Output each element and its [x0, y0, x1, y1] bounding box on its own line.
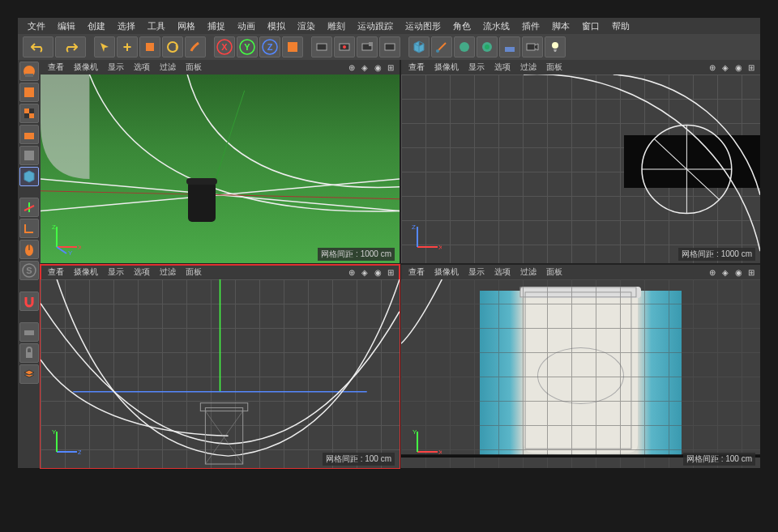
cursor-tool-button[interactable] — [94, 36, 115, 57]
menu-help[interactable]: 帮助 — [607, 19, 635, 33]
workplane-button[interactable] — [19, 125, 39, 144]
live-select-button[interactable] — [19, 62, 39, 81]
deformer-button[interactable] — [477, 36, 498, 57]
menu-edit[interactable]: 编辑 — [53, 19, 80, 33]
viewport-canvas[interactable]: ZY — [41, 279, 400, 468]
nav-max-icon[interactable]: ⊞ — [746, 266, 757, 278]
menu-select[interactable]: 选择 — [113, 19, 140, 33]
snap-s-button[interactable]: S — [19, 261, 39, 280]
menu-simulate[interactable]: 模拟 — [263, 19, 290, 33]
viewport-bar: 查看 摄像机 显示 选项 过滤 面板 ⊕ ◈ ◉ ⊞ — [41, 60, 400, 74]
nav-pan-icon[interactable]: ⊕ — [346, 62, 357, 73]
vp-panel-menu[interactable]: 面板 — [542, 62, 566, 73]
vp-panel-menu[interactable]: 面板 — [182, 62, 206, 73]
nav-max-icon[interactable]: ⊞ — [385, 266, 396, 278]
nav-orbit-icon[interactable]: ◉ — [372, 62, 383, 73]
menu-create[interactable]: 创建 — [83, 19, 110, 33]
move-tool-button[interactable]: + — [117, 36, 138, 57]
menu-character[interactable]: 角色 — [448, 19, 476, 33]
vp-camera-menu[interactable]: 摄像机 — [70, 62, 102, 73]
texture-mode-button[interactable] — [19, 104, 39, 123]
vp-options-menu[interactable]: 选项 — [130, 266, 154, 278]
vp-filter-menu[interactable]: 过滤 — [516, 266, 541, 278]
vp-camera-menu[interactable]: 摄像机 — [430, 266, 463, 278]
cube-tool-button[interactable] — [139, 36, 160, 57]
model-mode-button[interactable] — [19, 83, 39, 102]
cube-mode-button[interactable] — [19, 167, 39, 186]
camera-button[interactable] — [522, 36, 543, 57]
rotate-tool-button[interactable] — [162, 36, 183, 57]
nav-max-icon[interactable]: ⊞ — [385, 62, 396, 73]
vp-display-menu[interactable]: 显示 — [104, 266, 128, 278]
menu-motiontrack[interactable]: 运动跟踪 — [353, 19, 398, 33]
viewport-canvas[interactable]: XZY — [41, 74, 400, 263]
vp-panel-menu[interactable]: 面板 — [182, 266, 206, 278]
vp-options-menu[interactable]: 选项 — [130, 62, 154, 73]
vp-view-menu[interactable]: 查看 — [44, 62, 68, 73]
axis-tool-button[interactable] — [19, 198, 39, 217]
menu-script[interactable]: 脚本 — [547, 19, 575, 33]
workplane2-button[interactable] — [19, 322, 39, 342]
lock-button[interactable] — [19, 343, 39, 363]
brush-tool-button[interactable] — [185, 36, 206, 57]
menu-tools[interactable]: 工具 — [143, 19, 170, 33]
viewport-canvas[interactable]: XY — [401, 279, 760, 468]
primitive-cube-button[interactable] — [408, 36, 430, 57]
vp-camera-menu[interactable]: 摄像机 — [430, 62, 463, 73]
render-region-button[interactable] — [334, 36, 355, 57]
axis-x-button[interactable]: X — [214, 36, 235, 57]
menu-render[interactable]: 渲染 — [293, 19, 320, 33]
undo-button[interactable] — [23, 36, 53, 57]
menu-window[interactable]: 窗口 — [577, 19, 605, 33]
redo-button[interactable] — [55, 36, 86, 57]
vp-view-menu[interactable]: 查看 — [404, 266, 429, 278]
menu-plugins[interactable]: 插件 — [517, 19, 545, 33]
nav-orbit-icon[interactable]: ◉ — [733, 266, 744, 278]
nav-max-icon[interactable]: ⊞ — [746, 62, 757, 73]
axis-y-button[interactable]: Y — [237, 36, 258, 57]
render-button[interactable] — [311, 36, 332, 57]
menu-mograph[interactable]: 运动图形 — [400, 19, 446, 33]
vp-view-menu[interactable]: 查看 — [404, 62, 429, 73]
light-button[interactable] — [545, 36, 566, 57]
axis-z-button[interactable]: Z — [259, 36, 280, 57]
nav-orbit-icon[interactable]: ◉ — [372, 266, 383, 278]
magnet-button[interactable] — [19, 292, 39, 311]
object-mode-button[interactable] — [19, 146, 39, 165]
vp-camera-menu[interactable]: 摄像机 — [70, 266, 102, 278]
spline-pen-button[interactable] — [431, 36, 452, 57]
nav-pan-icon[interactable]: ⊕ — [346, 266, 357, 278]
vp-view-menu[interactable]: 查看 — [44, 266, 68, 278]
nav-zoom-icon[interactable]: ◈ — [720, 62, 731, 73]
nav-orbit-icon[interactable]: ◉ — [733, 62, 744, 73]
nav-zoom-icon[interactable]: ◈ — [720, 266, 731, 278]
menu-pipeline[interactable]: 流水线 — [478, 19, 515, 33]
vp-filter-menu[interactable]: 过滤 — [156, 62, 180, 73]
render-settings-button[interactable] — [357, 36, 378, 57]
vp-display-menu[interactable]: 显示 — [464, 266, 489, 278]
vp-options-menu[interactable]: 选项 — [490, 62, 515, 73]
vp-panel-menu[interactable]: 面板 — [542, 266, 566, 278]
nav-pan-icon[interactable]: ⊕ — [707, 266, 718, 278]
nav-pan-icon[interactable]: ⊕ — [707, 62, 718, 73]
vp-filter-menu[interactable]: 过滤 — [516, 62, 541, 73]
layer-button[interactable] — [19, 364, 39, 384]
corner-tool-button[interactable] — [19, 219, 39, 238]
coord-button[interactable] — [282, 36, 303, 57]
menu-file[interactable]: 文件 — [23, 19, 50, 33]
generator-button[interactable] — [454, 36, 475, 57]
vp-display-menu[interactable]: 显示 — [464, 62, 489, 73]
mouse-tool-button[interactable] — [19, 240, 39, 259]
nav-zoom-icon[interactable]: ◈ — [359, 62, 370, 73]
vp-display-menu[interactable]: 显示 — [104, 62, 128, 73]
menu-animate[interactable]: 动画 — [233, 19, 260, 33]
environment-button[interactable] — [499, 36, 520, 57]
vp-options-menu[interactable]: 选项 — [490, 266, 515, 278]
menu-sculpt[interactable]: 雕刻 — [323, 19, 350, 33]
vp-filter-menu[interactable]: 过滤 — [156, 266, 180, 278]
menu-snap[interactable]: 捕捉 — [203, 19, 230, 33]
menu-mesh[interactable]: 网格 — [173, 19, 200, 33]
nav-zoom-icon[interactable]: ◈ — [359, 266, 370, 278]
viewport-canvas[interactable]: XZ — [401, 74, 760, 263]
picture-viewer-button[interactable] — [379, 36, 400, 57]
